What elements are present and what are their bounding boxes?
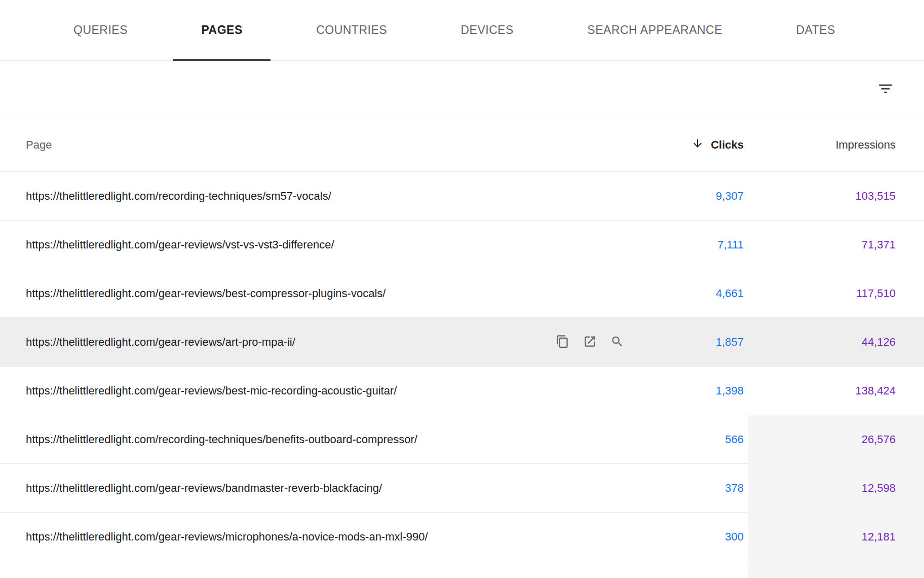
tab-label: DEVICES (460, 23, 513, 37)
impressions-value: 71,371 (862, 238, 896, 251)
clicks-value: 9,307 (716, 190, 744, 203)
table-row[interactable]: https://thelittleredlight.com/gear-revie… (0, 367, 924, 415)
clicks-value: 7,111 (717, 238, 744, 251)
table-row[interactable]: https://thelittleredlight.com/gear-revie… (0, 269, 924, 318)
inspect-search-button[interactable] (609, 334, 625, 350)
report-tabbar: QUERIES PAGES COUNTRIES DEVICES SEARCH A… (0, 0, 924, 61)
clicks-value: 1,398 (716, 384, 744, 398)
page-cell: https://thelittleredlight.com/recording-… (26, 433, 632, 446)
column-header-clicks-label: Clicks (711, 138, 744, 152)
open-in-new-button[interactable] (582, 334, 598, 350)
clicks-value: 1,857 (716, 336, 744, 349)
tab-label: SEARCH APPEARANCE (587, 23, 722, 37)
content-copy-icon (556, 335, 569, 350)
clicks-value: 378 (725, 482, 744, 495)
copy-button[interactable] (554, 334, 570, 350)
column-header-impressions[interactable]: Impressions (835, 138, 896, 152)
page-cell: https://thelittleredlight.com/gear-revie… (26, 384, 632, 398)
tab-search-appearance[interactable]: SEARCH APPEARANCE (559, 0, 750, 60)
clicks-value: 300 (725, 530, 744, 544)
page-url: https://thelittleredlight.com/gear-revie… (26, 336, 295, 349)
table-toolbar (0, 61, 924, 118)
table-row[interactable]: https://thelittleredlight.com/recording-… (0, 172, 924, 221)
page-cell: https://thelittleredlight.com/gear-revie… (26, 482, 632, 495)
table-row[interactable]: https://thelittleredlight.com/recording-… (0, 415, 924, 464)
impressions-value: 138,424 (855, 384, 896, 398)
page-url: https://thelittleredlight.com/recording-… (26, 433, 417, 446)
page-url: https://thelittleredlight.com/gear-revie… (26, 384, 397, 398)
table-body: https://thelittleredlight.com/recording-… (0, 172, 924, 578)
page-cell: https://thelittleredlight.com/gear-revie… (26, 287, 632, 300)
page-url: https://thelittleredlight.com/gear-revie… (26, 238, 334, 251)
open-in-new-icon (583, 335, 597, 350)
clicks-value: 4,661 (716, 287, 744, 300)
tab-pages[interactable]: PAGES (173, 0, 270, 60)
tab-label: DATES (796, 23, 835, 37)
table-row-partial (0, 561, 924, 578)
tab-label: QUERIES (73, 23, 128, 37)
impressions-value: 12,181 (862, 530, 896, 544)
page-cell: https://thelittleredlight.com/recording-… (26, 190, 632, 203)
search-icon (610, 335, 624, 350)
tab-label: PAGES (201, 23, 242, 37)
clicks-value: 566 (725, 433, 744, 446)
page-cell: https://thelittleredlight.com/gear-revie… (26, 334, 632, 350)
column-header-clicks[interactable]: Clicks (691, 137, 744, 153)
tab-devices[interactable]: DEVICES (433, 0, 541, 60)
impressions-value: 103,515 (855, 190, 896, 203)
impressions-value: 117,510 (856, 287, 896, 300)
tab-dates[interactable]: DATES (768, 0, 863, 60)
impressions-value: 26,576 (862, 433, 896, 446)
tab-countries[interactable]: COUNTRIES (288, 0, 415, 60)
row-actions (554, 334, 625, 350)
impressions-value: 44,126 (862, 336, 896, 349)
filter-list-icon (877, 80, 894, 99)
tab-label: COUNTRIES (316, 23, 387, 37)
page-url: https://thelittleredlight.com/recording-… (26, 190, 331, 203)
table-row-hovered[interactable]: https://thelittleredlight.com/gear-revie… (0, 318, 924, 367)
table-row[interactable]: https://thelittleredlight.com/gear-revie… (0, 513, 924, 561)
page-url: https://thelittleredlight.com/gear-revie… (26, 287, 386, 300)
arrow-downward-icon (691, 137, 704, 153)
tab-queries[interactable]: QUERIES (46, 0, 156, 60)
table-row[interactable]: https://thelittleredlight.com/gear-revie… (0, 464, 924, 513)
impressions-value: 12,598 (862, 482, 896, 495)
table-row[interactable]: https://thelittleredlight.com/gear-revie… (0, 221, 924, 269)
column-header-page[interactable]: Page (26, 138, 632, 152)
page-url: https://thelittleredlight.com/gear-revie… (26, 482, 382, 495)
filter-button[interactable] (872, 76, 899, 102)
page-url: https://thelittleredlight.com/gear-revie… (26, 530, 428, 544)
table-header: Page Clicks Impressions (0, 118, 924, 172)
page-cell: https://thelittleredlight.com/gear-revie… (26, 238, 632, 251)
page-cell: https://thelittleredlight.com/gear-revie… (26, 530, 632, 544)
